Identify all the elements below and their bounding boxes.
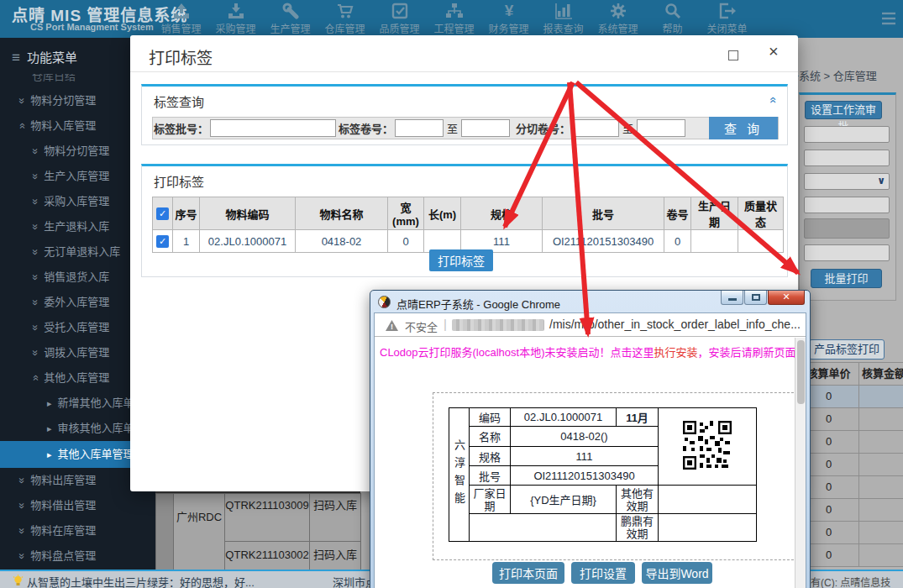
chevron-double-down-icon: » — [23, 274, 48, 280]
col-prod-date: 生产日期 — [691, 197, 738, 230]
triangle-right-icon: ▸ — [47, 391, 52, 416]
install-link[interactable]: 执行安装 — [654, 346, 698, 359]
table-cell: QTRK211103002 — [224, 541, 310, 571]
print-panel-title: 打印标签 — [154, 172, 204, 190]
spec-value: 111 — [511, 447, 659, 466]
sidebar-item-material-stock[interactable]: »物料在库管理 — [0, 518, 155, 543]
background-table: 广州RDC QTRK211103009 扫码入库 QTRK211103002 扫… — [155, 491, 360, 570]
col-material-name: 物料名称 — [296, 197, 388, 230]
menu-quality[interactable]: 品质管理 — [372, 0, 427, 38]
label-query-panel: 标签查询 » 标签批号： 标签卷号： 至 分切卷号： 至 查 询 — [141, 84, 788, 145]
table-cell — [858, 453, 903, 476]
sitemap-icon — [445, 3, 464, 19]
label-batch-input[interactable] — [210, 119, 336, 137]
cut-roll-to-input[interactable] — [637, 119, 685, 137]
status-tip: 从智慧的土壤中生出三片绿芽：好的思想，好... — [27, 574, 255, 588]
menu-system[interactable]: 系统管理 — [591, 0, 645, 38]
vendor-date-value: {YD生产日期} — [511, 486, 617, 514]
maximize-button[interactable] — [744, 291, 767, 305]
product-label-print-button[interactable]: 产品标签打印 — [809, 339, 885, 360]
menu-engineering[interactable]: 工程管理 — [427, 0, 481, 38]
label-roll-from-input[interactable] — [395, 119, 444, 137]
name-value: 0418-02() — [511, 427, 659, 447]
export-word-button[interactable]: 导出到Word — [642, 562, 712, 584]
cell-material-name: 0418-02 — [296, 230, 388, 253]
menu-reports[interactable]: 报表查询 — [536, 0, 591, 38]
menu-production[interactable]: 生产管理 — [263, 0, 318, 38]
scrollbar-thumb[interactable] — [797, 340, 805, 404]
gear-icon — [609, 3, 627, 19]
print-page-button[interactable]: 打印本页面 — [492, 562, 564, 584]
maximize-icon[interactable] — [728, 50, 738, 60]
label-preview-table: 六淳智能 编码 02.JL0.1000071 11月 — [449, 407, 757, 542]
screen: 点晴 MIS 管理信息系统 CS Port Managment System 销… — [0, 0, 903, 588]
top-menu: 销售管理 采购管理 生产管理 仓库管理 品质管理 工程管理 — [154, 0, 754, 38]
print-settings-button[interactable]: 打印设置 — [571, 562, 635, 584]
filter-input-disabled — [804, 218, 890, 239]
col-spec: 规格 — [461, 197, 543, 230]
sidebar-item-clipped[interactable]: 仓库日结 — [32, 74, 76, 86]
name-label: 名称 — [470, 427, 511, 447]
menu-sales[interactable]: 销售管理 — [154, 0, 208, 38]
menu-finance[interactable]: ¥ 财务管理 — [481, 0, 536, 38]
chevron-double-up-icon: » — [23, 375, 48, 381]
label-roll-to-input[interactable] — [461, 119, 510, 137]
cut-roll-from-input[interactable] — [572, 119, 619, 137]
close-icon[interactable]: × — [769, 42, 779, 61]
cell-material-code: 02.JL0.1000071 — [200, 230, 296, 253]
select-all-checkbox[interactable]: ✓ — [156, 207, 169, 220]
clodop-alert: CLodop云打印服务(localhost本地)未安装启动！点击这里执行安装，安… — [380, 344, 807, 360]
close-button[interactable]: ✕ — [768, 291, 805, 305]
spec-label: 规格 — [470, 447, 511, 466]
svg-text:!: ! — [391, 323, 393, 331]
col-length: 长(m) — [424, 197, 461, 230]
table-cell: 广州RDC — [173, 493, 225, 571]
address-bar[interactable]: ! 不安全 | /mis/mrp/other_in_stock_order_la… — [375, 313, 806, 337]
code-label: 编码 — [470, 408, 511, 427]
collapse-icon[interactable]: » — [765, 97, 779, 103]
menu-warehouse[interactable]: 仓库管理 — [318, 0, 372, 38]
qr-code — [683, 421, 732, 470]
modal-title: 打印标签 — [149, 45, 213, 68]
chevron-double-down-icon: » — [23, 324, 48, 330]
chevron-double-down-icon: » — [23, 349, 48, 355]
chevron-double-down-icon: » — [23, 223, 48, 229]
brand-vertical-text: 六淳智能 — [449, 408, 470, 542]
month-value: 11月 — [617, 408, 659, 427]
divider: | — [444, 317, 447, 331]
table-cell — [858, 407, 903, 431]
sidebar-item-material-stocktaking[interactable]: »物料盘点管理 — [0, 543, 155, 569]
sidebar-item-material-lending[interactable]: »物料借出管理 — [0, 493, 155, 518]
filter-input-4[interactable] — [804, 244, 890, 261]
cell-prod-date — [691, 230, 738, 253]
menu-purchase[interactable]: 采购管理 — [208, 0, 263, 38]
table-cell — [155, 493, 174, 571]
menu-close-menu[interactable]: 关闭菜单 — [700, 0, 754, 38]
triangle-right-icon: ▸ — [47, 441, 52, 468]
workflow-approval-button[interactable]: 设置工作流审批 — [805, 101, 882, 119]
chevron-double-down-icon: » — [23, 148, 48, 154]
print-label-button[interactable]: 打印标签 — [429, 249, 493, 271]
filter-input-3[interactable] — [804, 197, 890, 213]
batch-print-button[interactable]: 批量打印 — [811, 269, 882, 288]
warning-triangle-icon: ! — [385, 319, 399, 332]
search-button[interactable]: 查 询 — [709, 117, 778, 139]
hamburger-icon: ≡ — [12, 50, 20, 66]
minimize-button[interactable] — [721, 291, 743, 305]
menu-help[interactable]: 帮助 — [645, 0, 700, 38]
filter-select[interactable]: ∨ — [804, 173, 890, 190]
browser-body: ! 不安全 | /mis/mrp/other_in_stock_order_la… — [374, 312, 806, 588]
table-cell: QTRK211103009 — [224, 493, 310, 542]
table-cell — [858, 430, 903, 454]
not-secure-label: 不安全 — [405, 318, 438, 334]
scrollbar[interactable] — [795, 338, 806, 588]
panel-toggle-icon[interactable] — [880, 10, 897, 30]
filter-input-1[interactable] — [804, 126, 890, 143]
cut-roll-label: 分切卷号： — [512, 120, 570, 136]
col-roll: 卷号 — [664, 197, 691, 230]
cell-seq: 1 — [173, 230, 200, 253]
col-batch: 批号 — [543, 197, 664, 230]
topbar: 点晴 MIS 管理信息系统 CS Port Managment System 销… — [0, 0, 903, 38]
row-checkbox[interactable]: ✓ — [156, 235, 169, 248]
filter-input-2[interactable] — [804, 150, 890, 166]
